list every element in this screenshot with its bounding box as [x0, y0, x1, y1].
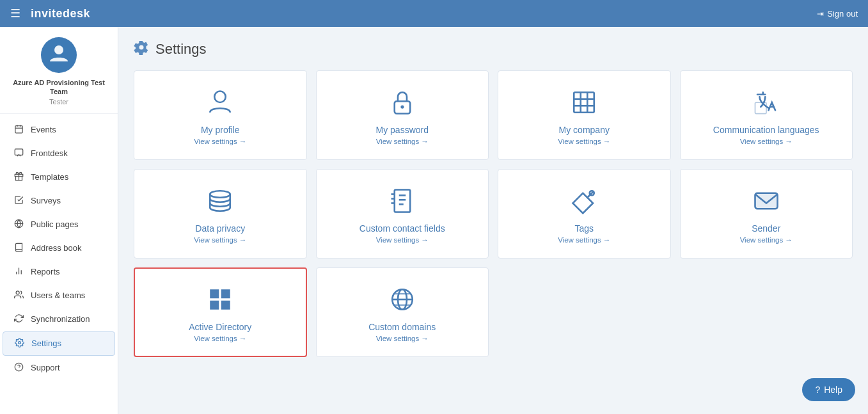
main-content: Settings My profile View settings My pas…	[118, 27, 868, 414]
settings-card-data-privacy[interactable]: Data privacy View settings	[134, 169, 307, 259]
nav-label: Events	[31, 125, 56, 134]
tag-card-icon	[571, 187, 597, 223]
hamburger-button[interactable]: ☰	[10, 6, 20, 20]
database-card-icon	[207, 187, 233, 223]
card-link: View settings	[376, 335, 429, 342]
sidebar-item-templates[interactable]: Templates	[3, 166, 115, 189]
windows-card-icon	[207, 286, 233, 322]
sidebar: Azure AD Provisioning Test Team Tester E…	[0, 27, 118, 414]
card-title: My password	[376, 125, 429, 135]
svg-rect-39	[210, 301, 219, 310]
monitor-icon	[13, 148, 24, 159]
settings-card-my-company[interactable]: My company View settings	[498, 70, 671, 160]
settings-grid: My profile View settings My password Vie…	[134, 70, 853, 357]
svg-point-13	[16, 291, 19, 294]
globe-icon	[13, 219, 24, 230]
svg-point-14	[18, 341, 20, 344]
svg-point-19	[400, 105, 404, 108]
card-title: Sender	[752, 223, 780, 234]
svg-point-26	[210, 191, 231, 198]
top-navigation: ☰ invitedesk ⇥ Sign out	[0, 0, 868, 27]
sidebar-item-address-book[interactable]: Address book	[3, 237, 115, 260]
gear-icon	[13, 338, 25, 349]
help-icon: ?	[815, 385, 820, 395]
settings-card-my-profile[interactable]: My profile View settings	[134, 70, 307, 160]
svg-rect-27	[395, 190, 411, 212]
avatar-initials	[48, 42, 70, 68]
sign-out-icon: ⇥	[817, 9, 824, 19]
card-link: View settings	[194, 138, 246, 145]
support-icon	[13, 362, 24, 374]
sidebar-item-users-teams[interactable]: Users & teams	[3, 284, 115, 307]
card-title: My company	[559, 125, 610, 135]
sidebar-item-settings[interactable]: Settings	[3, 331, 115, 356]
nav-label: Synchronization	[31, 314, 90, 324]
calendar-icon	[13, 124, 24, 136]
nav-label: Address book	[31, 243, 82, 253]
settings-card-custom-domains[interactable]: Custom domains View settings	[316, 267, 489, 357]
card-title: Active Directory	[189, 322, 251, 332]
nav-label: Templates	[31, 172, 68, 182]
svg-point-0	[54, 45, 63, 54]
svg-rect-1	[15, 125, 22, 132]
card-title: Custom contact fields	[359, 223, 445, 234]
sidebar-item-surveys[interactable]: Surveys	[3, 189, 115, 212]
card-link: View settings	[376, 138, 429, 145]
svg-rect-37	[210, 289, 219, 298]
nav-label: Reports	[31, 267, 60, 276]
app-layout: Azure AD Provisioning Test Team Tester E…	[0, 27, 868, 414]
settings-card-sender[interactable]: Sender View settings	[680, 169, 853, 259]
settings-header-icon	[134, 40, 149, 59]
sidebar-item-public-pages[interactable]: Public pages	[3, 213, 115, 236]
book-icon	[13, 243, 24, 254]
svg-point-17	[215, 92, 226, 103]
page-title: Settings	[155, 41, 207, 58]
help-button[interactable]: ? Help	[802, 378, 855, 401]
nav-label: Public pages	[31, 219, 78, 229]
sidebar-item-events[interactable]: Events	[3, 118, 115, 141]
settings-card-my-password[interactable]: My password View settings	[316, 70, 489, 160]
card-link: View settings	[194, 335, 246, 342]
lock-card-icon	[389, 89, 416, 125]
card-link: View settings	[194, 236, 246, 244]
card-link: View settings	[558, 138, 610, 145]
card-link: View settings	[740, 236, 793, 244]
sign-out-button[interactable]: ⇥ Sign out	[817, 9, 858, 19]
nav-label: Users & teams	[31, 291, 85, 300]
settings-card-tags[interactable]: Tags View settings	[498, 169, 671, 259]
card-title: Custom domains	[368, 322, 436, 332]
sidebar-item-synchronization[interactable]: Synchronization	[3, 308, 115, 331]
building-card-icon	[571, 89, 597, 125]
translate-card-icon	[753, 89, 780, 125]
card-title: Data privacy	[195, 223, 245, 234]
nav-label: Support	[31, 363, 60, 372]
settings-card-custom-contact-fields[interactable]: Custom contact fields View settings	[316, 169, 489, 259]
card-title: Communication languages	[713, 125, 819, 135]
settings-card-communication-languages[interactable]: Communication languages View settings	[680, 70, 853, 160]
app-logo: invitedesk	[31, 7, 90, 20]
bar-chart-icon	[13, 266, 24, 278]
sidebar-item-support[interactable]: Support	[3, 356, 115, 379]
settings-card-active-directory[interactable]: Active Directory View settings	[134, 267, 307, 357]
nav-label: Frontdesk	[31, 148, 68, 158]
svg-rect-40	[221, 301, 230, 310]
page-header: Settings	[134, 40, 853, 59]
svg-rect-20	[574, 92, 595, 113]
sidebar-item-reports[interactable]: Reports	[3, 260, 115, 283]
nav-label: Settings	[31, 338, 61, 348]
profile-role: Tester	[49, 98, 68, 106]
person-card-icon	[207, 89, 233, 125]
nav-label: Surveys	[31, 196, 61, 205]
nav-left: ☰ invitedesk	[10, 6, 90, 20]
gift-icon	[13, 171, 24, 183]
card-title: Tags	[574, 223, 594, 234]
profile-name: Azure AD Provisioning Test Team	[6, 78, 111, 97]
card-title: My profile	[201, 125, 240, 135]
globe-alt-card-icon	[389, 286, 416, 322]
notebook-card-icon	[389, 187, 416, 223]
list-icon	[13, 195, 24, 207]
envelope-card-icon	[753, 187, 780, 223]
sync-icon	[13, 314, 24, 325]
sidebar-item-frontdesk[interactable]: Frontdesk	[3, 142, 115, 165]
card-link: View settings	[740, 138, 793, 145]
